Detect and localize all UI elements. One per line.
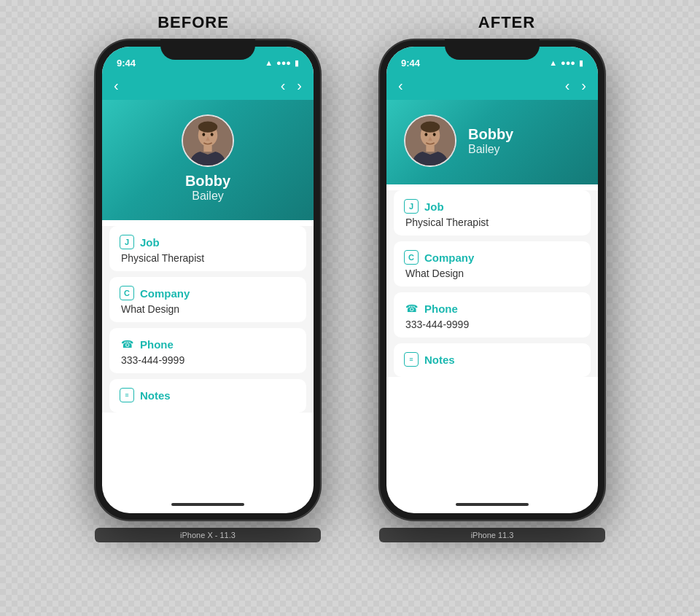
svg-point-3 xyxy=(202,133,205,136)
job-label-after: Job xyxy=(424,200,444,213)
company-value-after: What Design xyxy=(404,268,580,279)
device-label-after: iPhone 11.3 xyxy=(379,528,605,542)
content-before: J Job Physical Therapist C Company What … xyxy=(102,226,314,413)
wifi-icon: ▲ xyxy=(265,58,273,67)
status-time-after: 9:44 xyxy=(401,58,420,69)
job-value-after: Physical Therapist xyxy=(404,217,580,228)
home-indicator-before xyxy=(171,503,244,506)
company-card-before: C Company What Design xyxy=(109,277,306,322)
notch-after xyxy=(445,39,540,60)
phone-value-before: 333-444-9999 xyxy=(120,354,296,366)
job-label-row-after: J Job xyxy=(404,199,580,214)
job-card-after: J Job Physical Therapist xyxy=(394,190,591,235)
notes-card-after: ≡ Notes xyxy=(394,343,591,377)
after-label: AFTER xyxy=(368,13,645,32)
profile-name-after: Bobby Bailey xyxy=(468,126,513,156)
battery-icon-after: ▮ xyxy=(579,58,583,68)
phone-card-after: ☎ Phone 333-444-9999 xyxy=(394,292,591,338)
profile-last-name-before: Bailey xyxy=(185,190,230,203)
job-icon-before: J xyxy=(120,235,134,249)
signal-icon: ●●● xyxy=(276,58,291,67)
notes-label-row-before: ≡ Notes xyxy=(120,388,296,402)
home-indicator-after xyxy=(456,503,529,506)
notes-label-after: Notes xyxy=(424,354,455,366)
notch-before xyxy=(160,39,255,60)
prev-arrow-after[interactable]: ‹ xyxy=(565,77,570,94)
svg-point-8 xyxy=(421,122,440,133)
phone-card-before: ☎ Phone 333-444-9999 xyxy=(109,328,306,373)
profile-first-name-after: Bobby xyxy=(468,126,513,143)
avatar-after xyxy=(404,114,456,167)
phone-before: 9:44 ▲ ●●● ▮ ‹ ‹ › xyxy=(95,39,321,542)
signal-icon-after: ●●● xyxy=(561,58,575,67)
nav-arrows-right-after: ‹ › xyxy=(565,77,586,94)
job-label-row-before: J Job xyxy=(120,235,296,249)
prev-arrow-before[interactable]: ‹ xyxy=(281,77,286,94)
back-arrow-before[interactable]: ‹ xyxy=(114,77,119,94)
status-icons-after: ▲ ●●● ▮ xyxy=(549,58,583,68)
svg-point-9 xyxy=(424,133,427,136)
phone-icon-before: ☎ xyxy=(120,337,134,351)
phones-container: 9:44 ▲ ●●● ▮ ‹ ‹ › xyxy=(95,39,605,542)
company-label-row-after: C Company xyxy=(404,250,580,265)
phone-shell-after: 9:44 ▲ ●●● ▮ ‹ ‹ › xyxy=(379,39,605,521)
battery-icon: ▮ xyxy=(295,58,299,68)
nav-arrows-right-before: ‹ › xyxy=(281,77,302,94)
avatar-before xyxy=(182,114,234,167)
svg-point-2 xyxy=(198,122,217,133)
back-arrow-after[interactable]: ‹ xyxy=(398,77,403,94)
profile-first-name-before: Bobby xyxy=(185,173,230,190)
notes-icon-before: ≡ xyxy=(120,388,134,402)
device-label-before: iPhone X - 11.3 xyxy=(95,528,321,542)
nav-bar-before: ‹ ‹ › xyxy=(102,74,314,100)
company-icon-after: C xyxy=(404,250,419,265)
status-icons-before: ▲ ●●● ▮ xyxy=(265,58,299,68)
company-value-before: What Design xyxy=(120,303,296,315)
profile-header-after: Bobby Bailey xyxy=(386,100,598,184)
phone-icon-after: ☎ xyxy=(404,301,419,316)
wifi-icon-after: ▲ xyxy=(549,58,557,67)
content-after: J Job Physical Therapist C Company What … xyxy=(386,190,598,377)
job-label-before: Job xyxy=(140,236,160,249)
screen-after: 9:44 ▲ ●●● ▮ ‹ ‹ › xyxy=(386,47,598,513)
notes-card-before: ≡ Notes xyxy=(109,379,306,413)
company-label-before: Company xyxy=(140,287,190,300)
phone-label-before: Phone xyxy=(140,338,174,351)
notes-label-row-after: ≡ Notes xyxy=(404,352,580,367)
job-value-before: Physical Therapist xyxy=(120,252,296,264)
svg-rect-5 xyxy=(203,145,211,152)
screen-before: 9:44 ▲ ●●● ▮ ‹ ‹ › xyxy=(102,47,314,513)
phone-shell-before: 9:44 ▲ ●●● ▮ ‹ ‹ › xyxy=(95,39,321,521)
status-time-before: 9:44 xyxy=(117,58,136,69)
nav-bar-after: ‹ ‹ › xyxy=(386,74,598,100)
profile-last-name-after: Bailey xyxy=(468,143,513,156)
company-card-after: C Company What Design xyxy=(394,241,591,286)
svg-point-10 xyxy=(433,133,436,136)
before-label: BEFORE xyxy=(55,13,332,32)
job-icon-after: J xyxy=(404,199,419,214)
phone-value-after: 333-444-9999 xyxy=(404,319,580,330)
profile-name-before: Bobby Bailey xyxy=(185,173,230,203)
next-arrow-before[interactable]: › xyxy=(297,77,302,94)
notes-icon-after: ≡ xyxy=(404,352,419,367)
notes-label-before: Notes xyxy=(140,389,171,402)
company-label-row-before: C Company xyxy=(120,286,296,300)
phone-label-after: Phone xyxy=(424,303,458,315)
next-arrow-after[interactable]: › xyxy=(581,77,586,94)
svg-point-4 xyxy=(211,133,214,136)
company-icon-before: C xyxy=(120,286,134,300)
svg-rect-11 xyxy=(426,145,434,152)
job-card-before: J Job Physical Therapist xyxy=(109,226,306,271)
phone-label-row-after: ☎ Phone xyxy=(404,301,580,316)
phone-after: 9:44 ▲ ●●● ▮ ‹ ‹ › xyxy=(379,39,605,542)
company-label-after: Company xyxy=(424,252,474,264)
profile-header-before: Bobby Bailey xyxy=(102,100,314,220)
phone-label-row-before: ☎ Phone xyxy=(120,337,296,351)
